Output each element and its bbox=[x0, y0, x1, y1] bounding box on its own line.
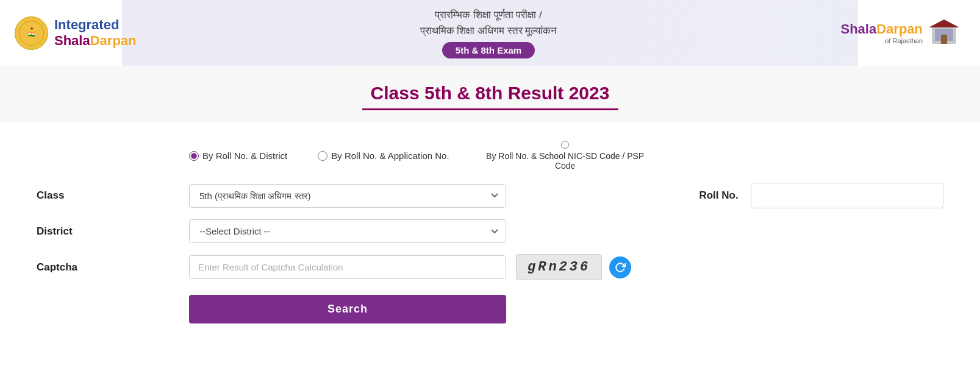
radio-row: By Roll No. & District By Roll No. & App… bbox=[37, 141, 943, 171]
district-label: District bbox=[37, 225, 189, 238]
captcha-input-wrapper bbox=[189, 255, 506, 279]
header-right-logo: ShalaDarpan of Rajasthan bbox=[841, 16, 966, 50]
header-center: प्रारम्भिक शिक्षा पूर्णता परीक्षा / प्रा… bbox=[420, 7, 557, 58]
right-logo-icon bbox=[929, 16, 965, 50]
district-select-wrapper: --Select District -- bbox=[189, 219, 506, 243]
page-title-section: Class 5th & 8th Result 2023 bbox=[0, 66, 980, 122]
radio-by-roll-district[interactable] bbox=[189, 151, 199, 161]
emblem-icon: 🇮🇳 ★ bbox=[15, 16, 48, 50]
hindi-line2: प्राथमिक शिक्षा अधिगम स्तर मूल्यांकन bbox=[420, 23, 557, 39]
shala-darpan-title: Integrated ShalaDarpan bbox=[54, 17, 137, 49]
radio-by-roll-nic[interactable] bbox=[561, 141, 569, 149]
form-section: By Roll No. & District By Roll No. & App… bbox=[12, 122, 968, 342]
radio-option-1[interactable]: By Roll No. & District bbox=[189, 150, 287, 161]
captcha-image: gRn236 bbox=[516, 254, 602, 280]
search-button[interactable]: Search bbox=[189, 295, 506, 323]
exam-badge: 5th & 8th Exam bbox=[442, 42, 535, 58]
class-select[interactable]: 5th (प्राथमिक शिक्षा अधिगम स्तर) 8th (प्… bbox=[189, 184, 506, 208]
svg-marker-6 bbox=[929, 19, 959, 27]
radio-option-3-wrapper: By Roll No. & School NIC-SD Code / PSP C… bbox=[486, 141, 645, 171]
logo-left: 🇮🇳 ★ Integrated ShalaDarpan bbox=[15, 16, 137, 50]
title-underline bbox=[362, 108, 618, 110]
district-row: District --Select District -- bbox=[37, 219, 943, 243]
svg-text:★: ★ bbox=[30, 26, 34, 30]
shala-darpan-label: ShalaDarpan bbox=[54, 33, 137, 49]
page-title: Class 5th & 8th Result 2023 bbox=[0, 83, 980, 104]
captcha-row: Captcha gRn236 bbox=[37, 254, 943, 280]
class-row: Class 5th (प्राथमिक शिक्षा अधिगम स्तर) 8… bbox=[37, 183, 943, 208]
captcha-refresh-button[interactable] bbox=[609, 256, 631, 278]
roll-no-input[interactable] bbox=[751, 183, 943, 208]
captcha-label: Captcha bbox=[37, 261, 189, 274]
roll-no-label: Roll No. bbox=[699, 189, 738, 202]
radio-option-2[interactable]: By Roll No. & Application No. bbox=[318, 150, 449, 161]
radio-by-roll-app[interactable] bbox=[318, 151, 327, 161]
district-select[interactable]: --Select District -- bbox=[189, 219, 506, 243]
svg-text:🇮🇳: 🇮🇳 bbox=[28, 30, 35, 38]
captcha-input[interactable] bbox=[189, 255, 506, 279]
search-button-row: Search bbox=[37, 295, 943, 323]
class-label: Class bbox=[37, 189, 189, 202]
svg-rect-7 bbox=[941, 35, 947, 44]
class-select-wrapper: 5th (प्राथमिक शिक्षा अधिगम स्तर) 8th (प्… bbox=[189, 184, 506, 208]
integrated-label: Integrated bbox=[54, 17, 137, 33]
hindi-line1: प्रारम्भिक शिक्षा पूर्णता परीक्षा / bbox=[420, 7, 557, 23]
